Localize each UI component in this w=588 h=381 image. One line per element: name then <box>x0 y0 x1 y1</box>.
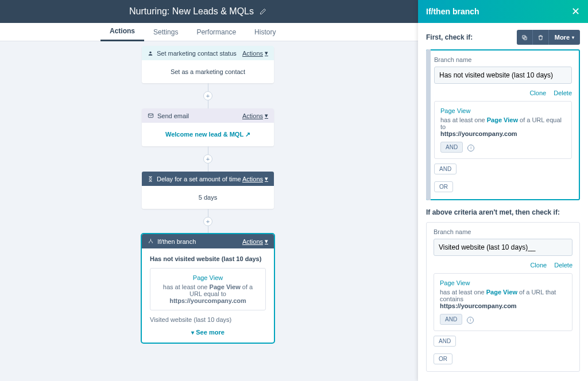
branch-name-input[interactable] <box>434 239 572 256</box>
filter-type: Page View <box>440 279 566 286</box>
user-icon <box>148 50 153 56</box>
email-link[interactable]: Welcome new lead & MQL ↗ <box>165 131 250 138</box>
and-chip[interactable]: AND <box>434 164 457 174</box>
and-chip[interactable]: AND <box>440 314 462 325</box>
panel-toolbar: More▾ <box>517 30 580 45</box>
section-label: If above criteria aren't met, then check… <box>426 208 580 216</box>
workflow-canvas: Set marketing contact status Actions▾ Se… <box>0 41 416 381</box>
tab-history[interactable]: History <box>245 23 285 41</box>
more-dropdown[interactable]: More▾ <box>549 30 580 45</box>
action-card-delay[interactable]: Delay for a set amount of time Actions▾ … <box>142 172 274 209</box>
copy-icon[interactable] <box>517 30 533 45</box>
field-label: Branch name <box>434 56 572 63</box>
delete-link[interactable]: Delete <box>554 262 572 269</box>
delete-link[interactable]: Delete <box>554 90 572 96</box>
card-body: 5 days <box>142 186 274 209</box>
card-actions-dropdown[interactable]: Actions▾ <box>242 49 268 57</box>
card-title: Send email <box>157 112 189 119</box>
section-label: First, check if: <box>426 33 473 41</box>
action-card-status[interactable]: Set marketing contact status Actions▾ Se… <box>142 46 274 83</box>
action-card-email[interactable]: Send email Actions▾ Welcome new lead & M… <box>142 108 274 146</box>
card-actions-dropdown[interactable]: Actions▾ <box>242 175 268 182</box>
branch-name-input[interactable] <box>434 67 572 84</box>
clone-link[interactable]: Clone <box>530 262 547 269</box>
or-chip[interactable]: OR <box>434 181 453 192</box>
branch-editor-card: Branch name Clone Delete Page View has a… <box>426 49 580 200</box>
drag-handle[interactable] <box>426 49 431 200</box>
svg-point-0 <box>149 51 151 53</box>
card-body: Set as a marketing contact <box>142 60 274 83</box>
action-card-branch[interactable]: If/then branch Actions▾ Has not visited … <box>142 234 274 343</box>
trash-icon[interactable] <box>533 30 549 45</box>
field-label: Branch name <box>434 228 572 235</box>
external-link-icon: ↗ <box>245 131 250 138</box>
workflow-title: Nurturing: New Leads & MQLs <box>129 6 254 17</box>
see-more-link[interactable]: ▾ See more <box>150 329 266 336</box>
panel-header: If/then branch ✕ <box>418 0 588 23</box>
add-step-button[interactable]: + <box>203 154 212 164</box>
mail-icon <box>148 112 154 119</box>
tab-settings[interactable]: Settings <box>144 23 187 41</box>
hourglass-icon <box>148 176 153 182</box>
close-icon[interactable]: ✕ <box>571 5 580 18</box>
and-chip[interactable]: AND <box>434 336 456 347</box>
card-title: If/then branch <box>157 238 196 245</box>
clone-link[interactable]: Clone <box>529 90 546 96</box>
edit-title-icon[interactable] <box>260 8 266 15</box>
criteria-box[interactable]: Page View has at least one Page View of … <box>434 273 572 331</box>
branch-editor-card: Branch name Clone Delete Page View has a… <box>426 222 580 372</box>
side-panel: If/then branch ✕ First, check if: More▾ … <box>418 0 588 381</box>
branch-icon <box>148 238 154 244</box>
tab-actions[interactable]: Actions <box>100 23 144 41</box>
info-icon[interactable]: i <box>467 145 474 151</box>
branch-name: Visited website (last 10 days) <box>150 316 266 323</box>
filter-summary: Page View has at least one Page View of … <box>150 268 266 310</box>
add-step-button[interactable]: + <box>203 217 212 226</box>
card-actions-dropdown[interactable]: Actions▾ <box>242 112 268 119</box>
and-chip[interactable]: AND <box>440 142 463 153</box>
filter-type: Page View <box>440 107 566 114</box>
card-actions-dropdown[interactable]: Actions▾ <box>242 238 268 245</box>
card-title: Set marketing contact status <box>157 50 237 57</box>
info-icon[interactable]: i <box>467 317 474 324</box>
tab-performance[interactable]: Performance <box>187 23 245 41</box>
or-chip[interactable]: OR <box>434 353 452 364</box>
card-title: Delay for a set amount of time <box>157 176 241 182</box>
add-step-button[interactable]: + <box>203 91 212 100</box>
branch-name: Has not visited website (last 10 days) <box>150 255 266 262</box>
panel-title: If/then branch <box>426 7 479 16</box>
criteria-box[interactable]: Page View has at least one Page View of … <box>434 101 572 159</box>
